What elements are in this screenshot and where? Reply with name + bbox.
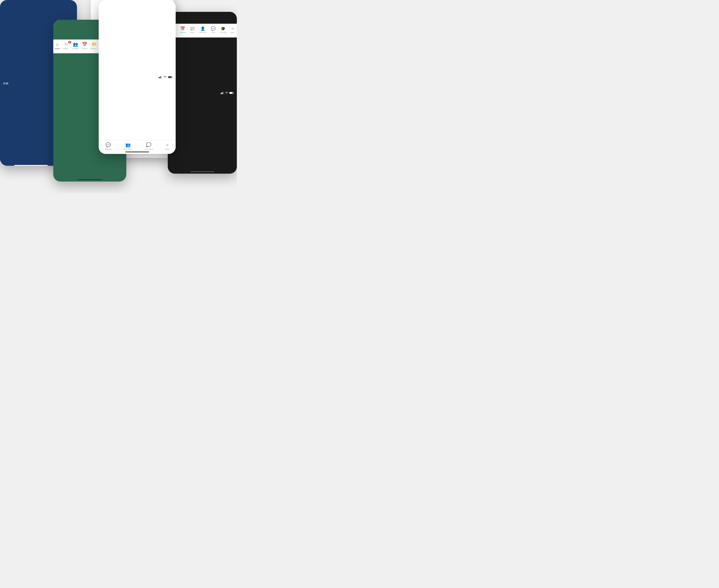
home-tab-icon: ⌂ bbox=[56, 42, 59, 47]
tab-training-4[interactable]: 🎓 Training bbox=[220, 26, 226, 34]
training-icon-4: 🎓 bbox=[221, 26, 226, 31]
tab-more-3[interactable]: ≡ More bbox=[165, 143, 169, 150]
tab-members-3[interactable]: 👥 Members bbox=[124, 143, 132, 150]
home-indicator-3 bbox=[125, 151, 149, 152]
more-icon-3: ≡ bbox=[166, 143, 168, 148]
battery-icon-3 bbox=[168, 76, 172, 79]
back-button[interactable]: ‹ bbox=[3, 165, 11, 166]
svg-rect-54 bbox=[229, 92, 232, 93]
groups-tab-icon: 👥 bbox=[73, 42, 78, 47]
tab-chat-4[interactable]: 💬 Chat bbox=[211, 26, 216, 34]
tab-home[interactable]: ⌂ Home bbox=[55, 42, 60, 50]
home-indicator-2 bbox=[78, 179, 102, 180]
svg-rect-31 bbox=[159, 77, 159, 78]
svg-rect-34 bbox=[161, 76, 162, 78]
home-indicator-1 bbox=[27, 163, 50, 164]
svg-rect-37 bbox=[172, 77, 172, 78]
tab-events-4[interactable]: 📅 Events bbox=[180, 26, 186, 34]
battery-icon-4 bbox=[229, 92, 234, 95]
news-icon-4: 📰 bbox=[190, 26, 195, 31]
members-label-4: Members bbox=[199, 31, 206, 34]
status-bar-3 bbox=[99, 0, 176, 154]
members-icon-4: 👤 bbox=[200, 26, 205, 31]
phone-gen-next: 🔔 13 GEN▲NEXT 🔍 OC WEEKLY OC Weekly: Wee… bbox=[99, 0, 176, 154]
tab-discuss[interactable]: 💬 Discuss bbox=[105, 143, 112, 150]
tab-updates[interactable]: ↻ 3 Updat... bbox=[63, 42, 69, 50]
phone-lifeonaire: Lifeonaire 🔍 ≡ Calendar bbox=[168, 12, 237, 174]
svg-rect-51 bbox=[222, 92, 223, 94]
members-label-3: Members bbox=[124, 148, 132, 150]
training-label-4: Training bbox=[220, 31, 226, 34]
discuss-label: Discuss bbox=[105, 148, 112, 150]
events-label-4: Events bbox=[180, 31, 186, 34]
tab-live-chat[interactable]: 💭 Live Chat bbox=[144, 143, 153, 150]
signal-icon-3 bbox=[159, 76, 162, 79]
discuss-icon: 💬 bbox=[106, 143, 111, 148]
more-icon-4: ≡ bbox=[231, 26, 234, 31]
chat-label-4: Chat bbox=[211, 31, 215, 34]
live-chat-icon: 💭 bbox=[146, 143, 151, 148]
resources-tab-icon: 📁 bbox=[91, 42, 97, 47]
more-label-4: More bbox=[231, 31, 235, 34]
updates-tab-label: Updat... bbox=[63, 47, 69, 50]
resources-tab-label: Resou... bbox=[90, 47, 98, 50]
wifi-icon-4 bbox=[225, 92, 228, 95]
svg-rect-36 bbox=[168, 77, 171, 78]
svg-rect-50 bbox=[222, 92, 222, 94]
tab-events[interactable]: 📅 Events bbox=[82, 42, 88, 50]
tab-groups[interactable]: 👥 Groups bbox=[72, 42, 79, 50]
svg-rect-55 bbox=[233, 92, 234, 93]
status-icons-3 bbox=[159, 76, 172, 79]
members-icon-3: 👥 bbox=[125, 143, 131, 148]
svg-rect-32 bbox=[160, 77, 160, 78]
home-tab-label: Home bbox=[55, 47, 60, 50]
tab-bar-4: 👥 Groups 📅 Events 📰 News 👤 Members 💬 Cha… bbox=[168, 24, 237, 38]
svg-rect-33 bbox=[160, 76, 161, 78]
live-chat-label: Live Chat bbox=[144, 148, 153, 150]
tab-resources[interactable]: 📁 Resou... bbox=[90, 42, 98, 50]
events-tab-icon: 📅 bbox=[82, 42, 87, 47]
groups-tab-label: Groups bbox=[72, 47, 79, 50]
tab-more-4[interactable]: ≡ More bbox=[231, 26, 235, 34]
more-label-3: More bbox=[165, 148, 169, 150]
goldman-logo-box: Goldman Sachs bbox=[14, 165, 48, 166]
updates-badge: 3 bbox=[68, 41, 71, 43]
updates-tab-icon: ↻ bbox=[64, 42, 68, 47]
home-indicator-4 bbox=[190, 171, 214, 172]
time-display: 4:32 bbox=[3, 82, 8, 85]
chat-icon-4: 💬 bbox=[211, 26, 216, 31]
events-icon-4: 📅 bbox=[180, 26, 185, 31]
tab-news-4[interactable]: 📰 News bbox=[190, 26, 195, 34]
svg-rect-49 bbox=[221, 93, 221, 94]
news-label-4: News bbox=[190, 31, 194, 34]
events-tab-label: Events bbox=[82, 47, 88, 50]
signal-icon-4 bbox=[221, 92, 224, 95]
tab-members-4[interactable]: 👤 Members bbox=[199, 26, 206, 34]
svg-rect-52 bbox=[223, 92, 224, 94]
wifi-icon-3 bbox=[163, 76, 167, 79]
